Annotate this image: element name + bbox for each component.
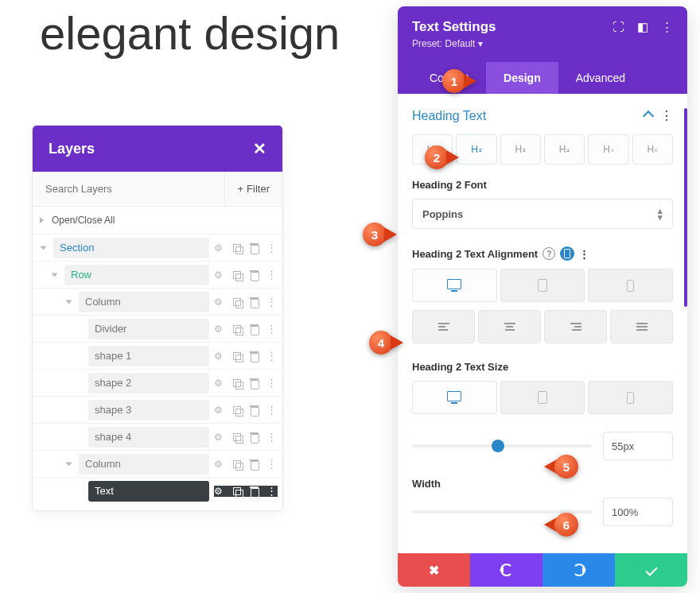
dots-icon[interactable]	[266, 324, 278, 335]
trash-icon[interactable]	[249, 405, 260, 416]
layer-row[interactable]: Divider	[33, 315, 282, 342]
gear-icon[interactable]	[214, 351, 225, 362]
gear-icon[interactable]	[214, 296, 225, 308]
duplicate-icon[interactable]	[231, 324, 243, 335]
layer-row[interactable]: shape 3	[33, 396, 282, 423]
help-icon[interactable]: ?	[542, 247, 555, 260]
device-desktop[interactable]	[412, 269, 497, 302]
device-tablet[interactable]	[500, 269, 585, 302]
layer-actions	[214, 405, 278, 416]
responsive-icon[interactable]	[560, 246, 574, 261]
duplicate-icon[interactable]	[231, 432, 243, 443]
heading-level-5[interactable]: H₅	[588, 134, 628, 165]
trash-icon[interactable]	[249, 242, 260, 254]
gear-icon[interactable]	[214, 486, 225, 497]
trash-icon[interactable]	[249, 269, 260, 281]
trash-icon[interactable]	[249, 378, 260, 389]
size-label: Heading 2 Text Size	[412, 361, 673, 373]
panel-icon[interactable]: ◧	[637, 20, 648, 34]
chevron-up-icon[interactable]	[643, 110, 654, 121]
trash-icon[interactable]	[249, 351, 260, 362]
expand-icon[interactable]: ⛶	[612, 20, 624, 34]
width-input[interactable]: 100%	[603, 498, 673, 526]
heading-level-4[interactable]: H₄	[544, 134, 585, 165]
scroll-indicator[interactable]	[684, 108, 687, 307]
gear-icon[interactable]	[214, 269, 225, 281]
trash-icon[interactable]	[249, 432, 260, 443]
marker-5: 5	[544, 455, 578, 479]
duplicate-icon[interactable]	[231, 242, 243, 254]
layer-actions	[214, 432, 278, 443]
search-input[interactable]	[33, 172, 224, 206]
duplicate-icon[interactable]	[231, 269, 243, 281]
device-phone[interactable]	[588, 269, 673, 302]
heading-level-3[interactable]: H₃	[500, 134, 541, 165]
layer-row[interactable]: shape 1	[33, 342, 282, 369]
dots-icon[interactable]	[266, 432, 278, 443]
duplicate-icon[interactable]	[231, 486, 243, 497]
duplicate-icon[interactable]	[231, 405, 243, 416]
layer-row[interactable]: Column	[33, 450, 282, 477]
preset-label[interactable]: Preset: Default ▾	[412, 38, 673, 49]
gear-icon[interactable]	[214, 459, 225, 470]
dots-icon[interactable]: ⋮	[579, 248, 589, 260]
marker-1: 1	[442, 69, 476, 93]
filter-button[interactable]: + Filter	[224, 172, 282, 206]
trash-icon[interactable]	[249, 459, 260, 470]
gear-icon[interactable]	[214, 324, 225, 335]
size-slider[interactable]	[412, 444, 592, 448]
layer-name: shape 4	[88, 427, 209, 448]
layer-row[interactable]: Section	[33, 234, 282, 261]
align-center[interactable]	[478, 310, 541, 343]
gear-icon[interactable]	[214, 242, 225, 254]
dots-icon[interactable]	[266, 459, 278, 470]
close-icon[interactable]: ✕	[253, 139, 266, 158]
tab-advanced[interactable]: Advanced	[558, 62, 643, 94]
duplicate-icon[interactable]	[231, 459, 243, 470]
more-icon[interactable]: ⋮	[661, 20, 673, 34]
device-tablet[interactable]	[500, 381, 585, 414]
gear-icon[interactable]	[214, 405, 225, 416]
page-headline: elegant design	[40, 6, 340, 60]
dots-icon[interactable]	[266, 378, 278, 389]
layer-row[interactable]: Column	[33, 288, 282, 315]
size-input[interactable]: 55px	[603, 432, 673, 460]
heading-level-6[interactable]: H₆	[632, 134, 673, 165]
dots-icon[interactable]	[266, 242, 278, 254]
undo-button[interactable]	[470, 553, 542, 587]
device-phone[interactable]	[588, 381, 673, 414]
device-desktop[interactable]	[412, 381, 497, 414]
dots-icon[interactable]	[266, 486, 278, 497]
heading-level-2[interactable]: H₂	[456, 134, 496, 165]
trash-icon[interactable]	[249, 486, 260, 497]
dots-icon[interactable]: ⋮	[660, 108, 673, 123]
align-left[interactable]	[412, 310, 475, 343]
dots-icon[interactable]	[266, 296, 278, 308]
redo-button[interactable]	[542, 553, 615, 587]
trash-icon[interactable]	[249, 324, 260, 335]
layer-row[interactable]: shape 2	[33, 369, 282, 396]
open-close-all[interactable]: Open/Close All	[33, 207, 282, 234]
save-button[interactable]	[615, 553, 687, 587]
gear-icon[interactable]	[214, 432, 225, 443]
duplicate-icon[interactable]	[231, 296, 243, 308]
cancel-button[interactable]: ✖	[398, 553, 470, 587]
layer-row[interactable]: Text	[33, 477, 282, 504]
trash-icon[interactable]	[249, 296, 260, 308]
layer-row[interactable]: Row	[33, 261, 282, 288]
gear-icon[interactable]	[214, 378, 225, 389]
dots-icon[interactable]	[266, 405, 278, 416]
layer-row[interactable]: shape 4	[33, 423, 282, 450]
align-justify[interactable]	[610, 310, 673, 343]
duplicate-icon[interactable]	[231, 351, 243, 362]
device-row-1	[412, 269, 673, 302]
tab-design[interactable]: Design	[486, 62, 558, 94]
align-row	[412, 310, 673, 343]
dots-icon[interactable]	[266, 351, 278, 362]
align-right[interactable]	[544, 310, 607, 343]
section-title-row[interactable]: Heading Text ⋮	[412, 108, 673, 123]
select-arrows-icon: ▴▾	[658, 207, 663, 220]
font-select[interactable]: Poppins ▴▾	[412, 199, 673, 229]
dots-icon[interactable]	[266, 269, 278, 281]
duplicate-icon[interactable]	[231, 378, 243, 389]
